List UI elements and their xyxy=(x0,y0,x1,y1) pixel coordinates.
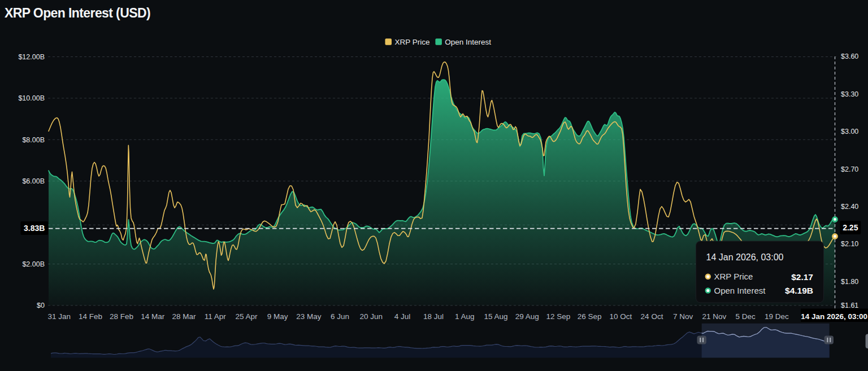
svg-text:14 Jan 2026, 03:00: 14 Jan 2026, 03:00 xyxy=(801,312,867,321)
svg-text:3.83B: 3.83B xyxy=(24,224,45,233)
svg-text:$4.19B: $4.19B xyxy=(785,286,813,295)
svg-text:12 Sep: 12 Sep xyxy=(546,312,571,321)
svg-text:$1.80: $1.80 xyxy=(841,278,858,286)
svg-text:25 Apr: 25 Apr xyxy=(235,312,258,321)
svg-text:31 Jan: 31 Jan xyxy=(47,312,71,321)
svg-text:7 Nov: 7 Nov xyxy=(673,312,693,321)
svg-text:$2.70: $2.70 xyxy=(841,165,858,173)
svg-text:$2.10: $2.10 xyxy=(841,240,858,248)
svg-text:14 Jan 2026, 03:00: 14 Jan 2026, 03:00 xyxy=(706,252,784,262)
svg-text:4 Jul: 4 Jul xyxy=(394,312,411,321)
svg-text:$12.00B: $12.00B xyxy=(18,53,45,61)
svg-text:$1.61: $1.61 xyxy=(841,302,858,309)
svg-text:6 Jun: 6 Jun xyxy=(331,312,349,321)
svg-text:$8.00B: $8.00B xyxy=(22,136,45,144)
svg-text:28 Feb: 28 Feb xyxy=(110,312,133,321)
svg-text:20 Jun: 20 Jun xyxy=(359,312,383,321)
svg-text:$3.30: $3.30 xyxy=(841,90,858,98)
svg-text:28 Mar: 28 Mar xyxy=(172,312,196,321)
svg-text:$2.40: $2.40 xyxy=(841,203,858,211)
svg-text:26 Sep: 26 Sep xyxy=(578,312,602,321)
svg-text:Open Interest: Open Interest xyxy=(714,286,766,295)
svg-text:15 Aug: 15 Aug xyxy=(484,312,507,321)
svg-text:XRP Price: XRP Price xyxy=(714,272,753,281)
svg-text:1 Aug: 1 Aug xyxy=(455,312,475,321)
svg-text:29 Aug: 29 Aug xyxy=(515,312,539,321)
svg-text:21 Nov: 21 Nov xyxy=(702,312,727,321)
svg-text:14 Feb: 14 Feb xyxy=(79,312,102,321)
svg-text:10 Oct: 10 Oct xyxy=(609,312,632,321)
svg-text:$6.00B: $6.00B xyxy=(22,177,45,185)
svg-text:$3.60: $3.60 xyxy=(841,53,858,60)
svg-text:11 Apr: 11 Apr xyxy=(205,312,227,321)
svg-text:5 Dec: 5 Dec xyxy=(735,312,756,321)
svg-text:$2.00B: $2.00B xyxy=(22,260,45,268)
svg-text:2.25: 2.25 xyxy=(843,223,858,232)
svg-text:$3.00: $3.00 xyxy=(841,128,858,136)
svg-text:XRP Price: XRP Price xyxy=(395,38,430,46)
svg-text:9 May: 9 May xyxy=(267,312,288,321)
svg-text:$2.17: $2.17 xyxy=(791,272,813,282)
svg-text:14 Mar: 14 Mar xyxy=(141,312,165,321)
svg-text:19 Dec: 19 Dec xyxy=(765,312,789,321)
svg-text:$10.00B: $10.00B xyxy=(18,94,45,102)
svg-text:18 Jul: 18 Jul xyxy=(423,312,444,321)
svg-text:24 Oct: 24 Oct xyxy=(641,312,663,321)
svg-text:XRP Open Interest (USD): XRP Open Interest (USD) xyxy=(5,6,150,20)
svg-text:23 May: 23 May xyxy=(296,312,322,321)
svg-text:$0: $0 xyxy=(37,302,45,309)
svg-text:Open Interest: Open Interest xyxy=(445,38,491,46)
